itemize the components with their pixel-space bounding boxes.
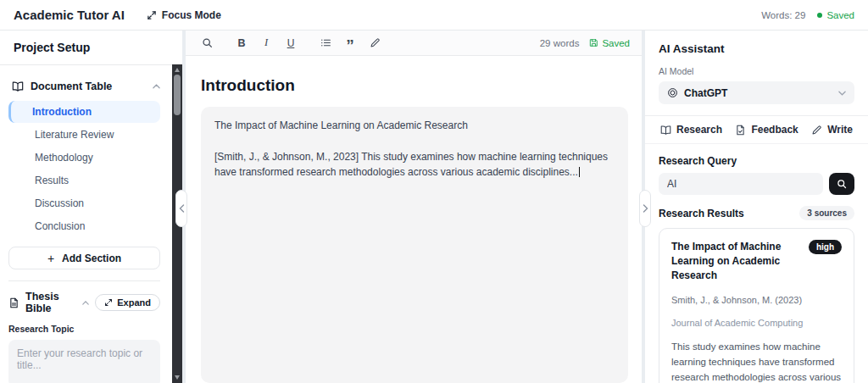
saved-status: Saved <box>817 10 854 20</box>
editor-status: 29 words Saved <box>540 38 630 48</box>
editor-toolbar: B I U ” <box>186 31 642 56</box>
search-button[interactable] <box>198 34 216 53</box>
chevron-left-icon <box>179 204 185 213</box>
ai-model-label: AI Model <box>659 66 854 76</box>
assistant-title: AI Assistant <box>659 42 854 55</box>
add-section-label: Add Section <box>62 253 121 264</box>
open-book-icon <box>12 80 24 92</box>
editor-saved-status: Saved <box>589 38 630 48</box>
result-title: The Impact of Machine Learning on Academ… <box>671 240 802 282</box>
section-heading: Introduction <box>201 76 626 95</box>
chevron-up-icon[interactable] <box>82 301 89 305</box>
assistant-collapse-handle[interactable] <box>639 190 651 227</box>
focus-mode-button[interactable]: Focus Mode <box>147 9 221 21</box>
app-title: Academic Tutor AI <box>14 8 125 22</box>
pen-icon <box>811 125 822 136</box>
research-topic-input[interactable] <box>8 340 160 383</box>
thesis-bible-label: Thesis Bible <box>25 291 74 314</box>
italic-button[interactable]: I <box>257 34 275 53</box>
divider <box>8 280 160 281</box>
tab-research-label: Research <box>676 124 722 136</box>
tab-research[interactable]: Research <box>660 124 722 136</box>
assistant-tabs: Research Feedback Write <box>645 115 868 144</box>
bold-icon: B <box>237 37 245 49</box>
open-book-icon <box>660 125 671 136</box>
scroll-down-arrow-icon[interactable] <box>175 375 180 380</box>
thesis-bible-header: Thesis Bible Expand <box>8 291 160 314</box>
sidebar-title: Project Setup <box>0 31 182 65</box>
research-query-row <box>659 173 854 195</box>
bullet-list-button[interactable] <box>316 34 335 53</box>
document-table-header[interactable]: Document Table <box>8 80 160 92</box>
chatgpt-icon <box>667 87 678 98</box>
research-results-label: Research Results <box>659 208 744 219</box>
result-card-header: The Impact of Machine Learning on Academ… <box>671 240 842 282</box>
bullet-list-icon <box>320 37 331 48</box>
search-icon <box>837 179 847 189</box>
tab-write[interactable]: Write <box>811 124 853 136</box>
research-query-label: Research Query <box>659 155 854 167</box>
sidebar-item-conclusion[interactable]: Conclusion <box>8 215 160 237</box>
file-text-icon <box>8 297 19 308</box>
text-cursor <box>579 167 580 177</box>
add-section-button[interactable]: + Add Section <box>8 247 160 269</box>
underline-icon: U <box>287 37 295 49</box>
section-nav: Introduction Literature Review Methodolo… <box>8 101 160 237</box>
main-area: Project Setup Document Table In <box>0 31 868 383</box>
document-paragraph: The Impact of Machine Learning on Academ… <box>214 118 615 134</box>
document-paragraph: [Smith, J., & Johnson, M., 2023] This st… <box>214 149 615 180</box>
focus-mode-label: Focus Mode <box>162 9 221 21</box>
sidebar-item-methodology[interactable]: Methodology <box>8 147 160 169</box>
tab-feedback-label: Feedback <box>751 124 798 136</box>
editor-content: Introduction The Impact of Machine Learn… <box>186 56 642 383</box>
sidebar-body: Document Table Introduction Literature R… <box>0 65 182 383</box>
plus-icon: + <box>47 252 54 265</box>
chevron-right-icon <box>643 204 648 213</box>
research-topic-label: Research Topic <box>8 324 160 334</box>
chevron-up-icon <box>153 84 160 89</box>
ai-model-select[interactable]: ChatGPT <box>659 81 854 104</box>
sidebar-collapse-handle[interactable] <box>175 190 187 227</box>
editor-word-count: 29 words <box>540 38 580 48</box>
sidebar-item-results[interactable]: Results <box>8 169 160 192</box>
top-header: Academic Tutor AI Focus Mode Words: 29 S… <box>0 0 868 31</box>
chevron-down-icon <box>838 91 846 96</box>
quote-icon: ” <box>346 36 354 50</box>
feedback-file-icon <box>735 125 746 136</box>
result-summary: This study examines how machine learning… <box>671 340 842 383</box>
tab-feedback[interactable]: Feedback <box>735 124 798 136</box>
research-result-card: The Impact of Machine Learning on Academ… <box>659 228 854 383</box>
project-setup-sidebar: Project Setup Document Table In <box>0 31 182 383</box>
save-disk-icon <box>589 38 598 47</box>
underline-button[interactable]: U <box>281 34 300 53</box>
document-table-label: Document Table <box>31 80 112 92</box>
italic-icon: I <box>264 36 268 49</box>
saved-dot-icon <box>817 13 822 18</box>
sidebar-item-literature-review[interactable]: Literature Review <box>8 124 160 146</box>
bold-button[interactable]: B <box>232 34 251 53</box>
editor-saved-label: Saved <box>602 38 630 48</box>
expand-arrows-icon <box>104 298 113 307</box>
word-count: Words: 29 <box>761 10 805 20</box>
editor-panel: B I U ” <box>186 31 642 383</box>
ai-assistant-panel: AI Assistant AI Model ChatGPT <box>645 31 868 383</box>
research-query-input[interactable] <box>659 173 823 195</box>
sidebar-item-discussion[interactable]: Discussion <box>8 192 160 214</box>
result-authors: Smith, J., & Johnson, M. (2023) <box>671 295 842 305</box>
ai-model-value: ChatGPT <box>684 87 727 99</box>
document-text-area[interactable]: The Impact of Machine Learning on Academ… <box>201 107 628 383</box>
header-status: Words: 29 Saved <box>761 10 854 20</box>
search-icon <box>202 37 213 48</box>
result-journal: Journal of Academic Computing <box>671 318 842 328</box>
highlight-button[interactable] <box>365 34 384 53</box>
expand-arrows-icon <box>147 10 157 20</box>
scroll-up-arrow-icon[interactable] <box>175 68 180 72</box>
highlighter-icon <box>370 37 381 48</box>
tab-write-label: Write <box>827 124 853 136</box>
expand-button[interactable]: Expand <box>95 294 160 311</box>
run-search-button[interactable] <box>829 173 854 195</box>
scrollbar-thumb[interactable] <box>174 75 181 115</box>
sidebar-item-introduction[interactable]: Introduction <box>8 101 160 123</box>
blockquote-button[interactable]: ” <box>341 34 359 53</box>
sources-count-badge: 3 sources <box>799 206 854 220</box>
